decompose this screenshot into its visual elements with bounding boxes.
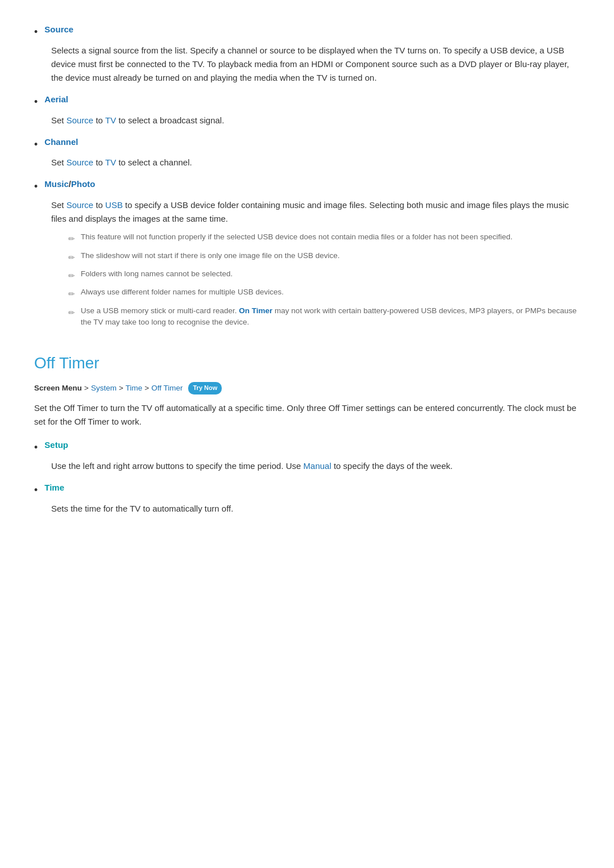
music-usb-link[interactable]: USB <box>105 200 123 210</box>
bullet-dot-setup: • <box>34 439 38 456</box>
time-description-text: Sets the time for the TV to automaticall… <box>51 504 233 513</box>
note-item-5: ✏ Use a USB memory stick or multi-card r… <box>68 305 580 329</box>
channel-description: Set Source to TV to select a channel. <box>51 156 580 169</box>
music-photo-bullet: • Music / Photo <box>34 177 580 195</box>
music-photo-label[interactable]: Music <box>44 177 69 191</box>
aerial-text-2: to <box>93 115 105 125</box>
music-photo-text-3: to specify a USB device folder containin… <box>51 200 569 223</box>
note-icon-1: ✏ <box>68 232 75 245</box>
note-text-1: This feature will not function properly … <box>81 231 512 243</box>
music-source-link[interactable]: Source <box>67 200 94 210</box>
source-label[interactable]: Source <box>44 23 73 36</box>
note-item-1: ✏ This feature will not function properl… <box>68 231 580 245</box>
time-label[interactable]: Time <box>44 481 64 495</box>
bullet-dot-channel: • <box>34 136 38 153</box>
notes-list: ✏ This feature will not function properl… <box>68 231 580 328</box>
time-description: Sets the time for the TV to automaticall… <box>51 502 580 516</box>
channel-label[interactable]: Channel <box>44 135 78 149</box>
setup-manual-link[interactable]: Manual <box>304 461 331 471</box>
note-icon-5: ✏ <box>68 306 75 319</box>
breadcrumb-chevron-3: > <box>144 382 149 394</box>
music-photo-text-1: Set <box>51 200 67 210</box>
breadcrumb-time[interactable]: Time <box>126 382 143 394</box>
note-icon-3: ✏ <box>68 269 75 282</box>
note-text-3: Folders with long names cannot be select… <box>81 268 233 280</box>
setup-description: Use the left and right arrow buttons to … <box>51 459 580 473</box>
aerial-tv-link[interactable]: TV <box>105 115 116 125</box>
setup-label[interactable]: Setup <box>44 438 68 452</box>
bullet-dot-time: • <box>34 482 38 499</box>
source-section: • Source Selects a signal source from th… <box>34 23 580 328</box>
aerial-description: Set Source to TV to select a broadcast s… <box>51 114 580 127</box>
off-timer-section: Off Timer Screen Menu > System > Time > … <box>34 351 580 515</box>
note-icon-2: ✏ <box>68 251 75 264</box>
aerial-source-link[interactable]: Source <box>67 115 94 125</box>
source-bullet: • Source <box>34 23 580 40</box>
bullet-dot-source: • <box>34 24 38 40</box>
channel-text-2: to <box>93 157 105 167</box>
channel-tv-link[interactable]: TV <box>105 157 116 167</box>
breadcrumb-chevron-2: > <box>119 382 123 394</box>
try-now-badge[interactable]: Try Now <box>188 382 222 394</box>
breadcrumb: Screen Menu > System > Time > Off Timer … <box>34 382 580 394</box>
aerial-bullet: • Aerial <box>34 93 580 110</box>
note-item-2: ✏ The slideshow will not start if there … <box>68 250 580 264</box>
channel-text-1: Set <box>51 157 67 167</box>
note-item-3: ✏ Folders with long names cannot be sele… <box>68 268 580 282</box>
channel-text-3: to select a channel. <box>116 157 192 167</box>
photo-label[interactable]: Photo <box>71 177 96 191</box>
music-photo-description: Set Source to USB to specify a USB devic… <box>51 198 580 328</box>
channel-source-link[interactable]: Source <box>67 157 94 167</box>
source-description-text: Selects a signal source from the list. S… <box>51 45 569 82</box>
bullet-dot-aerial: • <box>34 94 38 110</box>
note-text-2: The slideshow will not start if there is… <box>81 250 339 261</box>
channel-bullet: • Channel <box>34 135 580 153</box>
bullet-dot-music-photo: • <box>34 178 38 195</box>
note-item-4: ✏ Always use different folder names for … <box>68 286 580 300</box>
off-timer-intro: Set the Off Timer to turn the TV off aut… <box>34 401 580 430</box>
note-text-4: Always use different folder names for mu… <box>81 286 284 298</box>
breadcrumb-off-timer[interactable]: Off Timer <box>151 382 182 394</box>
aerial-text-1: Set <box>51 115 67 125</box>
setup-text-1: Use the left and right arrow buttons to … <box>51 461 304 471</box>
breadcrumb-system[interactable]: System <box>91 382 117 394</box>
source-description: Selects a signal source from the list. S… <box>51 44 580 85</box>
breadcrumb-chevron-1: > <box>84 382 89 394</box>
setup-text-2: to specify the days of the week. <box>331 461 453 471</box>
note-icon-4: ✏ <box>68 288 75 300</box>
breadcrumb-screen-menu: Screen Menu <box>34 382 82 394</box>
setup-bullet: • Setup <box>34 438 580 456</box>
off-timer-title: Off Timer <box>34 351 580 376</box>
aerial-label[interactable]: Aerial <box>44 93 68 106</box>
time-bullet: • Time <box>34 481 580 499</box>
note-text-5: Use a USB memory stick or multi-card rea… <box>81 305 580 329</box>
aerial-text-3: to select a broadcast signal. <box>116 115 224 125</box>
music-photo-text-2: to <box>93 200 105 210</box>
